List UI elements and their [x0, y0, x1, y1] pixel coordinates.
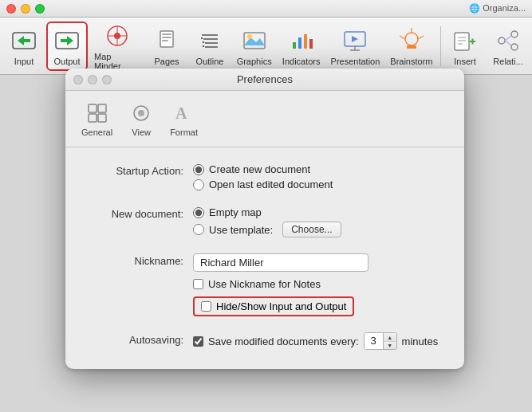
- toolbar-item-insert[interactable]: Insert: [444, 22, 486, 71]
- toolbar-input-label: Input: [14, 57, 33, 66]
- svg-rect-7: [162, 33, 171, 35]
- toolbar-item-brainstorm[interactable]: Brainstorm: [386, 22, 437, 71]
- view-icon: [128, 100, 154, 126]
- svg-line-41: [505, 36, 511, 41]
- toolbar-insert-label: Insert: [454, 57, 476, 66]
- toolbar-item-presentation[interactable]: Presentation: [326, 22, 384, 71]
- use-template-row[interactable]: Use template: Choose...: [193, 222, 341, 237]
- toolbar-graphics-label: Graphics: [237, 57, 272, 66]
- autosave-checkbox[interactable]: [193, 336, 203, 347]
- stepper-down-button[interactable]: ▼: [384, 341, 396, 349]
- nickname-label: Nickname:: [89, 253, 193, 267]
- tab-view-label: View: [132, 128, 151, 137]
- hide-show-checkbox[interactable]: [201, 301, 211, 312]
- toolbar-item-outline[interactable]: Outline: [189, 22, 231, 71]
- nickname-input[interactable]: [193, 253, 368, 272]
- toolbar-item-graphics[interactable]: Graphics: [232, 22, 276, 71]
- autosaving-control: Save modified documents every: 3 ▲ ▼ min…: [193, 332, 438, 350]
- tab-general[interactable]: General: [75, 97, 119, 140]
- svg-rect-14: [201, 37, 203, 39]
- pages-icon: [152, 26, 181, 55]
- output-icon: [53, 26, 81, 55]
- titlebar-buttons: [6, 4, 45, 14]
- svg-rect-15: [203, 41, 204, 43]
- toolbar-item-input[interactable]: Input: [3, 22, 45, 71]
- toolbar-separator: [440, 26, 441, 66]
- svg-rect-31: [407, 45, 416, 49]
- autosaving-row: Autosaving: Save modified documents ever…: [89, 332, 440, 350]
- tab-format-label: Format: [170, 128, 198, 137]
- tab-format[interactable]: A Format: [164, 97, 204, 140]
- toolbar-pages-label: Pages: [154, 57, 179, 66]
- use-nickname-row[interactable]: Use Nickname for Notes: [193, 278, 368, 290]
- use-template-label: Use template:: [209, 224, 273, 236]
- svg-point-40: [511, 44, 518, 50]
- startup-create-new-label: Create new document: [209, 163, 310, 175]
- choose-template-button[interactable]: Choose...: [282, 222, 341, 237]
- svg-rect-17: [244, 33, 265, 49]
- empty-map-row[interactable]: Empty map: [193, 206, 341, 218]
- relations-icon: [494, 26, 522, 55]
- autosave-stepper: 3 ▲ ▼: [364, 332, 397, 350]
- new-document-control: Empty map Use template: Choose...: [193, 206, 341, 237]
- svg-rect-8: [162, 37, 171, 38]
- svg-rect-22: [304, 34, 307, 49]
- toolbar-item-pages[interactable]: Pages: [146, 22, 187, 71]
- startup-create-new-radio[interactable]: [193, 164, 204, 175]
- new-document-label: New document:: [89, 206, 193, 220]
- startup-action-label: Startup Action:: [89, 163, 193, 177]
- format-icon: A: [171, 100, 197, 126]
- toolbar-item-map-minder[interactable]: Map Minder: [89, 22, 144, 71]
- empty-map-label: Empty map: [209, 206, 262, 218]
- tab-view[interactable]: View: [122, 97, 160, 140]
- stepper-up-button[interactable]: ▲: [384, 333, 396, 341]
- toolbar-item-indicators[interactable]: Indicators: [278, 22, 325, 71]
- startup-open-last-row[interactable]: Open last edited document: [193, 179, 333, 190]
- svg-point-48: [138, 110, 144, 116]
- svg-marker-18: [244, 37, 265, 45]
- input-icon: [10, 26, 38, 55]
- close-btn[interactable]: [6, 4, 16, 14]
- toolbar-presentation-label: Presentation: [331, 57, 380, 66]
- preferences-dialog: Preferences General: [65, 69, 464, 369]
- autosaving-label: Autosaving:: [89, 332, 193, 346]
- nickname-row: Nickname: Use Nickname for Notes Hide/Sh…: [89, 253, 440, 316]
- startup-open-last-label: Open last edited document: [209, 179, 333, 190]
- dialog-close-btn[interactable]: [73, 75, 83, 84]
- svg-text:A: A: [175, 104, 187, 122]
- autosave-minutes-value: 3: [365, 333, 384, 349]
- autosave-minutes-label: minutes: [402, 335, 439, 347]
- dialog-minimize-btn[interactable]: [88, 75, 97, 84]
- indicators-icon: [287, 26, 316, 55]
- titlebar: 🌐 Organiza...: [0, 0, 532, 18]
- startup-action-control: Create new document Open last edited doc…: [193, 163, 333, 190]
- dialog-titlebar: Preferences: [65, 69, 464, 91]
- use-template-radio[interactable]: [193, 224, 204, 235]
- toolbar-outline-label: Outline: [196, 57, 224, 66]
- toolbar-relations-label: Relati...: [493, 57, 522, 66]
- startup-open-last-radio[interactable]: [193, 179, 204, 190]
- maximize-btn[interactable]: [35, 4, 45, 14]
- svg-point-27: [405, 33, 418, 45]
- main-toolbar: Input Output Map Minder: [0, 18, 532, 75]
- hide-show-label: Hide/Show Input and Output: [216, 300, 346, 312]
- autosave-control-row: Save modified documents every: 3 ▲ ▼ min…: [193, 332, 438, 350]
- svg-line-29: [418, 36, 424, 39]
- dialog-content: Startup Action: Create new document Open…: [65, 147, 464, 369]
- minimize-btn[interactable]: [21, 4, 30, 14]
- svg-rect-21: [298, 37, 301, 49]
- svg-point-19: [247, 34, 252, 39]
- toolbar-item-relations[interactable]: Relati...: [487, 22, 529, 71]
- toolbar-item-output[interactable]: Output: [46, 22, 88, 71]
- startup-create-new-row[interactable]: Create new document: [193, 163, 333, 175]
- use-nickname-checkbox[interactable]: [193, 279, 203, 289]
- app-window: 🌐 Organiza... Input Output: [0, 0, 532, 75]
- svg-rect-16: [203, 45, 204, 47]
- tab-general-label: General: [81, 128, 112, 137]
- hide-show-row: Hide/Show Input and Output: [193, 296, 354, 316]
- insert-icon: [451, 26, 479, 55]
- svg-rect-32: [455, 33, 469, 50]
- toolbar-brainstorm-label: Brainstorm: [390, 57, 432, 66]
- empty-map-radio[interactable]: [193, 207, 204, 218]
- dialog-maximize-btn[interactable]: [102, 75, 112, 84]
